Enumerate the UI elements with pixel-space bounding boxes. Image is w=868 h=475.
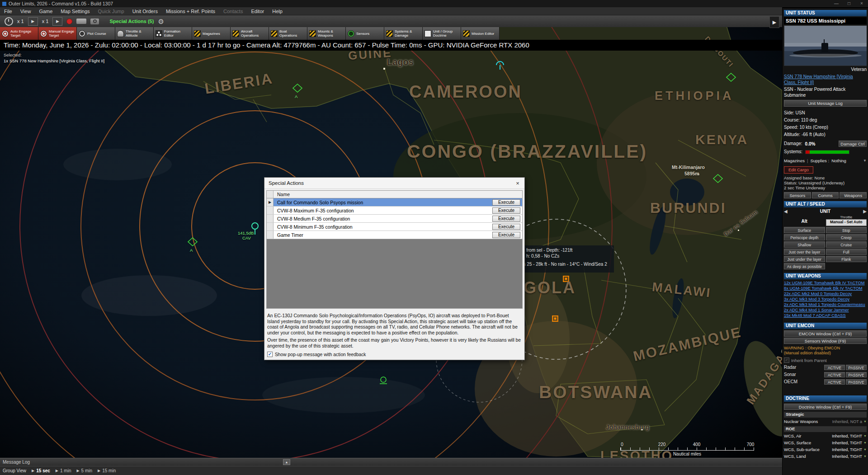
wcs-surface-row[interactable]: WCS, Surface Inherited, TIGHT ▼ xyxy=(784,440,867,446)
play-button[interactable]: ▶ xyxy=(28,17,38,26)
edit-cargo-button[interactable]: Edit Cargo xyxy=(784,166,813,174)
close-icon[interactable]: × xyxy=(511,180,524,187)
sensors-button[interactable]: Sensors xyxy=(784,192,811,198)
close-icon[interactable]: × xyxy=(855,0,868,7)
tab-manual-engage-target[interactable]: Manual Engage Target xyxy=(38,27,77,40)
chevron-down-icon[interactable]: ▼ xyxy=(863,434,867,437)
throttle-button-flank[interactable]: Flank xyxy=(826,256,867,262)
special-actions-button[interactable]: Special Actions (5) xyxy=(109,19,154,24)
alt-button-shallow[interactable]: Shallow xyxy=(784,241,825,248)
record-icon[interactable] xyxy=(66,19,72,24)
group-view-button[interactable]: Group View xyxy=(3,468,26,473)
camera-icon[interactable] xyxy=(90,19,99,24)
special-action-row[interactable]: CVW-8 Minimum F-35 configuration Execute xyxy=(267,223,522,231)
tab-boat-operations[interactable]: Boat Operations xyxy=(269,27,307,40)
damage-ctrl-button[interactable]: Damage Ctrl xyxy=(839,141,867,147)
menu-file[interactable]: File xyxy=(0,7,16,15)
sonar-passive-button[interactable]: PASSIVE xyxy=(846,372,867,377)
menu-missions-ref-points[interactable]: Missions + Ref. Points xyxy=(162,7,219,15)
execute-button[interactable]: Execute xyxy=(492,216,520,222)
wcs-land-row[interactable]: WCS, Land Inherited, TIGHT ▼ xyxy=(784,453,867,459)
minimize-icon[interactable]: — xyxy=(830,0,843,7)
execute-button[interactable]: Execute xyxy=(492,232,520,238)
time-compression-left[interactable]: x 1 xyxy=(17,19,24,24)
time-step-5min[interactable]: ▶ 5 min xyxy=(76,468,92,473)
menu-editor[interactable]: Editor xyxy=(247,7,268,15)
time-step-15min[interactable]: ▶ 15 min xyxy=(98,468,116,473)
radar-passive-button[interactable]: PASSIVE xyxy=(846,365,867,370)
weapon-link[interactable]: 8x UGM-109E Tomahawk Blk IV TACTOM xyxy=(784,286,867,291)
vehicle-icon[interactable] xyxy=(76,19,86,24)
chevron-right-icon[interactable]: ▶ xyxy=(863,209,867,214)
weapon-link[interactable]: 22x ADC Mk2 Mod 0 Torpedo Decoy xyxy=(784,291,867,296)
tab-magazines[interactable]: Magazines xyxy=(192,27,231,40)
tab-unit-group-doctrine[interactable]: Unit / Group Doctrine xyxy=(423,27,461,40)
tab-aircraft-operations[interactable]: Aircraft Operations xyxy=(231,27,269,40)
weapon-link[interactable]: 12x UGM-109E Tomahawk Blk IV TACTOM xyxy=(784,280,867,286)
chevron-down-icon[interactable]: ▼ xyxy=(863,159,867,163)
unit-class-link[interactable]: SSN 778 New Hampshire [Virginia Class, F… xyxy=(784,74,867,85)
menu-help[interactable]: Help xyxy=(268,7,287,15)
inherit-from-parent-row[interactable]: ✓ Inherit from Parent xyxy=(784,357,867,363)
nuclear-weapons-row[interactable]: Nuclear Weapons Inherited, NOT a ▼ xyxy=(784,419,867,424)
sidebar-collapse-button[interactable]: ▶ xyxy=(769,16,779,28)
tab-plot-course[interactable]: Plot Course xyxy=(77,27,115,40)
sensors-window-button[interactable]: Sensors Window (F9) xyxy=(784,338,867,344)
tab-formation-editor[interactable]: Formation Editor xyxy=(154,27,192,40)
tab-mission-editor[interactable]: Mission Editor xyxy=(461,27,500,40)
alt-button-periscope[interactable]: Periscope depth xyxy=(784,234,825,240)
special-action-row[interactable]: CVW-8 Medium F-35 configuration Execute xyxy=(267,215,522,223)
feedback-checkbox-row[interactable]: ✓ Show pop-up message with action feedba… xyxy=(267,352,366,357)
menu-view[interactable]: View xyxy=(16,7,35,15)
execute-button[interactable]: Execute xyxy=(492,207,520,214)
radar-active-button[interactable]: ACTIVE xyxy=(824,365,845,370)
weapons-button[interactable]: Weapons xyxy=(840,192,867,198)
throttle-button-stop[interactable]: Stop xyxy=(826,227,867,233)
unit-message-log-button[interactable]: Unit Message Log xyxy=(784,100,867,107)
execute-button[interactable]: Execute xyxy=(492,199,520,206)
alt-button-as-deep-as-possible[interactable]: As deep as possible xyxy=(784,263,825,269)
alt-button-just-under-layer[interactable]: Just under the layer xyxy=(784,256,825,262)
gear-icon[interactable]: ⚙ xyxy=(158,18,164,25)
tab-sensors[interactable]: Sensors xyxy=(346,27,384,40)
maximize-icon[interactable]: □ xyxy=(843,0,855,7)
tab-throttle-altitude[interactable]: Throttle & Altitude xyxy=(115,27,154,40)
inherit-checkbox[interactable]: ✓ xyxy=(784,357,789,363)
alt-button-surface[interactable]: Surface xyxy=(784,227,825,233)
oecm-passive-button[interactable]: PASSIVE xyxy=(846,379,867,385)
magazines-supplies-row[interactable]: Magazines | Supplies : Nothing ▼ xyxy=(784,157,867,164)
weapon-link[interactable]: 15x Mk48 Mod 7 ADCAP CBASS xyxy=(784,313,867,318)
magazines-label[interactable]: Magazines xyxy=(784,158,805,163)
menu-map-settings[interactable]: Map Settings xyxy=(57,7,94,15)
sonar-active-button[interactable]: ACTIVE xyxy=(824,372,845,377)
throttle-button-full[interactable]: Full xyxy=(826,249,867,255)
special-action-row[interactable]: Game Timer Execute xyxy=(267,231,522,239)
execute-button[interactable]: Execute xyxy=(492,224,520,230)
emcon-window-button[interactable]: EMCON Window (Ctrl + F9) xyxy=(784,330,867,337)
game-clock-icon[interactable] xyxy=(5,17,13,26)
tab-mounts-weapons[interactable]: Mounts & Weapons xyxy=(307,27,346,40)
manual-set-auto-button[interactable]: Manual - Set Auto xyxy=(826,219,867,226)
weapon-link[interactable]: 3x ADC Mk3 Mod 3 Torpedo Decoy xyxy=(784,296,867,302)
throttle-button-cruise[interactable]: Cruise xyxy=(826,241,867,248)
comms-button[interactable]: Comms xyxy=(812,192,839,198)
throttle-button-creep[interactable]: Creep xyxy=(826,234,867,240)
weapon-link[interactable]: 2x ADC Mk3 Mod 1 Torpedo Countermeasu xyxy=(784,302,867,307)
step-play-button[interactable]: ▶ xyxy=(52,17,62,26)
chevron-down-icon[interactable]: ▼ xyxy=(863,441,867,444)
wcs-air-row[interactable]: WCS, Air Inherited, TIGHT ▼ xyxy=(784,433,867,439)
time-step-1min[interactable]: ▶ 1 min xyxy=(56,468,71,473)
doctrine-window-button[interactable]: Doctrine Window (Ctrl + F9) xyxy=(784,404,867,410)
time-step-15sec[interactable]: ▶ 15 sec xyxy=(32,468,50,473)
special-action-row[interactable]: ▶ Call for Commando Solo Psyops mission … xyxy=(267,198,522,207)
time-compression-right[interactable]: x 1 xyxy=(42,19,49,24)
special-action-row[interactable]: CVW-8 Maximum F-35 configuration Execute xyxy=(267,207,522,215)
chevron-left-icon[interactable]: ◀ xyxy=(784,209,788,214)
oecm-active-button[interactable]: ACTIVE xyxy=(824,379,845,385)
menu-game[interactable]: Game xyxy=(35,7,57,15)
message-log-bar[interactable]: Message Log ▲ xyxy=(0,458,782,466)
dialog-title-bar[interactable]: Special Actions × xyxy=(264,178,524,189)
weapon-link[interactable]: 2x ADC Mk4 Mod 1 Sonar Jammer xyxy=(784,307,867,313)
expand-log-button[interactable]: ▲ xyxy=(283,459,290,465)
alt-button-just-over-layer[interactable]: Just over the layer xyxy=(784,249,825,255)
